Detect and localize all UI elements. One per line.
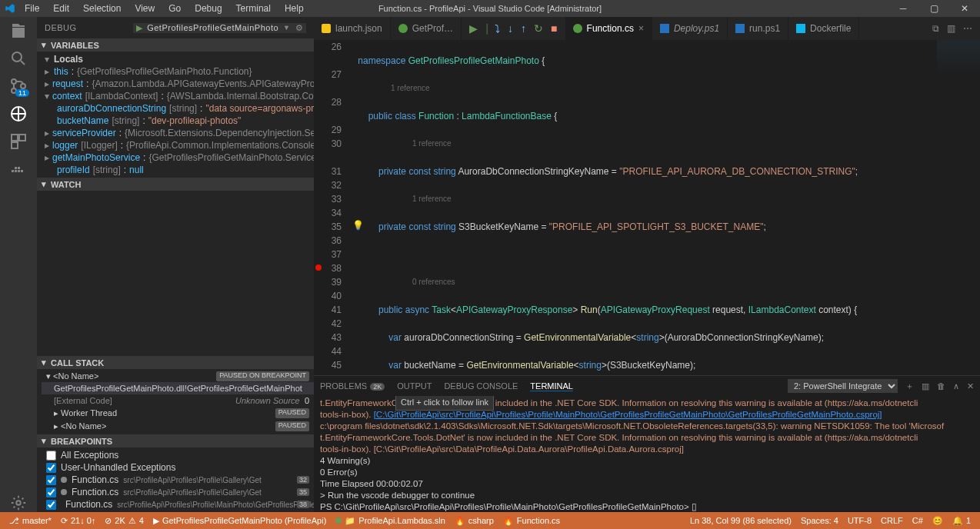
checkbox[interactable] bbox=[46, 487, 56, 497]
debug-config[interactable]: ▶ GetProfilesProfileGetMainPhoto ▼ ⚙ bbox=[133, 23, 306, 33]
tab-debug-console[interactable]: DEBUG CONSOLE bbox=[444, 381, 518, 391]
split-icon[interactable]: ▥ bbox=[947, 23, 955, 34]
terminal-body[interactable]: Ctrl + click to follow link t.EntityFram… bbox=[314, 396, 980, 512]
maximize-icon[interactable]: ▢ bbox=[918, 3, 949, 14]
bp-item[interactable]: Function.cs src\ProfileApi\Profiles\Prof… bbox=[42, 474, 314, 486]
docker-icon[interactable] bbox=[9, 160, 28, 178]
tab-getprof[interactable]: GetProf… bbox=[391, 17, 462, 40]
checkbox[interactable] bbox=[46, 463, 56, 473]
status-sync[interactable]: ⟳ 21↓ 0↑ bbox=[56, 516, 100, 526]
step-over-icon[interactable]: ⤵ bbox=[495, 22, 500, 35]
gear-icon[interactable] bbox=[9, 494, 28, 512]
status-lang[interactable]: 🔥 csharp bbox=[450, 516, 498, 526]
var-this[interactable]: ▸this: {GetProfilesProfileGetMainPhoto.F… bbox=[42, 65, 314, 78]
status-errors[interactable]: ⊘ 2K ⚠ 4 bbox=[100, 516, 148, 526]
source-control-icon[interactable]: 11 bbox=[9, 77, 28, 95]
callstack-thread[interactable]: ▸ <No Name>PAUSED bbox=[42, 420, 314, 433]
tab-function[interactable]: Function.cs× bbox=[565, 17, 652, 40]
breakpoints-header[interactable]: ▾BREAKPOINTS bbox=[37, 434, 314, 447]
var-gmps[interactable]: ▸getMainPhotoService: {GetProfilesProfil… bbox=[42, 151, 314, 164]
lightbulb-icon[interactable]: 💡 bbox=[352, 220, 364, 231]
callstack-frame[interactable]: GetProfilesProfileGetMainPhoto.dll!GetPr… bbox=[42, 382, 314, 394]
restart-icon[interactable]: ↻ bbox=[534, 22, 543, 35]
callstack-thread[interactable]: ▾ <No Name>PAUSED ON BREAKPOINT bbox=[42, 371, 314, 382]
continue-icon[interactable]: ▶⎹ bbox=[469, 22, 487, 35]
menu-view[interactable]: View bbox=[128, 2, 161, 15]
watch-header[interactable]: ▾WATCH bbox=[37, 178, 314, 191]
callstack-thread[interactable]: ▸ Worker ThreadPAUSED bbox=[42, 407, 314, 420]
debug-icon[interactable] bbox=[9, 105, 28, 123]
search-icon[interactable] bbox=[9, 49, 28, 68]
var-context[interactable]: ▾context [ILambdaContext]: {AWSLambda.In… bbox=[42, 90, 314, 102]
bp-all-exceptions[interactable]: All Exceptions bbox=[42, 449, 314, 461]
close-icon[interactable]: ✕ bbox=[949, 3, 980, 14]
status-file[interactable]: 🔥 Function.cs bbox=[498, 516, 565, 526]
status-sln[interactable]: 📁 ProfileApi.Lambdas.sln bbox=[331, 516, 450, 526]
menu-selection[interactable]: Selection bbox=[77, 2, 127, 15]
tab-problems[interactable]: PROBLEMS2K bbox=[320, 381, 385, 391]
var-bucket[interactable]: bucketName [string]: "dev-profileapi-pho… bbox=[42, 115, 314, 127]
var-request[interactable]: ▸request: {Amazon.Lambda.APIGatewayEvent… bbox=[42, 78, 314, 90]
code-editor[interactable]: 26 27 28 29 30 31 32 33 34 35 36 37 38 3… bbox=[314, 40, 980, 375]
more-icon[interactable]: ⋯ bbox=[963, 23, 972, 34]
status-eol[interactable]: CRLF bbox=[876, 516, 908, 526]
close-panel-icon[interactable]: ✕ bbox=[967, 381, 974, 391]
var-logger[interactable]: ▸logger [ILogger]: {ProfileApi.Common.Im… bbox=[42, 139, 314, 151]
tab-output[interactable]: OUTPUT bbox=[397, 381, 432, 391]
tab-launch[interactable]: launch.json bbox=[314, 17, 391, 40]
tab-terminal[interactable]: TERMINAL bbox=[530, 381, 573, 391]
maximize-panel-icon[interactable]: ∧ bbox=[953, 381, 959, 391]
gear-icon[interactable]: ⚙ bbox=[295, 23, 304, 33]
menu-help[interactable]: Help bbox=[278, 2, 310, 15]
stop-icon[interactable]: ■ bbox=[551, 22, 557, 35]
status-bell[interactable]: 🔔 1 bbox=[948, 516, 975, 526]
status-encoding[interactable]: UTF-8 bbox=[843, 516, 876, 526]
menu-go[interactable]: Go bbox=[162, 2, 187, 15]
var-sp[interactable]: ▸serviceProvider: {Microsoft.Extensions.… bbox=[42, 127, 314, 139]
callstack-frame[interactable]: [External Code]Unknown Source 0 bbox=[42, 394, 314, 407]
step-out-icon[interactable]: ↑ bbox=[521, 22, 526, 35]
code-area[interactable]: namespace GetProfilesProfileGetMainPhoto… bbox=[348, 40, 980, 375]
svg-point-8 bbox=[16, 501, 21, 505]
menu-debug[interactable]: Debug bbox=[188, 2, 228, 15]
status-spaces[interactable]: Spaces: 4 bbox=[796, 516, 843, 526]
link[interactable]: [C:\Git\ProfileApi\src\ProfileApi\Profil… bbox=[374, 410, 882, 419]
locals-header[interactable]: ▾Locals bbox=[42, 53, 314, 65]
checkbox[interactable] bbox=[46, 451, 56, 461]
chevron-down-icon[interactable]: ▼ bbox=[283, 24, 290, 32]
var-pid[interactable]: profileId [string]: null bbox=[42, 164, 314, 176]
callstack-header[interactable]: ▾CALL STACK bbox=[37, 356, 314, 369]
kill-terminal-icon[interactable]: 🗑 bbox=[937, 381, 945, 391]
status-branch[interactable]: ⎇ master* bbox=[5, 516, 56, 526]
menu-file[interactable]: File bbox=[18, 2, 45, 15]
status-lang2[interactable]: C# bbox=[908, 516, 928, 526]
minimap[interactable] bbox=[937, 40, 980, 375]
new-terminal-icon[interactable]: ＋ bbox=[905, 381, 914, 392]
tab-run[interactable]: run.ps1 bbox=[728, 17, 788, 40]
bp-item[interactable]: Function.cs src\ProfileApi\Profiles\Prof… bbox=[42, 498, 314, 511]
watch-body[interactable] bbox=[37, 191, 314, 356]
minimize-icon[interactable]: ─ bbox=[888, 3, 918, 14]
terminal-select[interactable]: 2: PowerShell Integrate bbox=[788, 379, 898, 393]
split-terminal-icon[interactable]: ▥ bbox=[922, 381, 929, 391]
status-feedback[interactable]: 😊 bbox=[928, 516, 948, 526]
menu-edit[interactable]: Edit bbox=[47, 2, 75, 15]
bp-item[interactable]: Function.cs src\ProfileApi\Profiles\Prof… bbox=[42, 486, 314, 498]
compare-icon[interactable]: ⧉ bbox=[932, 23, 939, 34]
variables-header[interactable]: ▾VARIABLES bbox=[37, 38, 314, 52]
step-into-icon[interactable]: ↓ bbox=[508, 22, 513, 35]
checkbox[interactable] bbox=[46, 475, 56, 485]
extensions-icon[interactable] bbox=[9, 132, 28, 151]
tab-docker[interactable]: Dockerfile bbox=[788, 17, 859, 40]
close-icon[interactable]: × bbox=[638, 23, 644, 34]
tab-deploy[interactable]: Deploy.ps1 bbox=[652, 17, 728, 40]
bp-unhandled[interactable]: User-Unhandled Exceptions bbox=[42, 461, 314, 474]
checkbox[interactable] bbox=[46, 500, 56, 510]
menu-terminal[interactable]: Terminal bbox=[230, 2, 277, 15]
explorer-icon[interactable] bbox=[9, 22, 28, 40]
breakpoint-icon[interactable] bbox=[315, 264, 322, 271]
status-config[interactable]: ▶ GetProfilesProfileGetMainPhoto (Profil… bbox=[148, 516, 331, 526]
status-position[interactable]: Ln 38, Col 99 (86 selected) bbox=[685, 516, 796, 526]
play-icon[interactable]: ▶ bbox=[136, 23, 143, 33]
var-aurora[interactable]: auroraDbConnectionString [string]: "data… bbox=[42, 102, 314, 115]
